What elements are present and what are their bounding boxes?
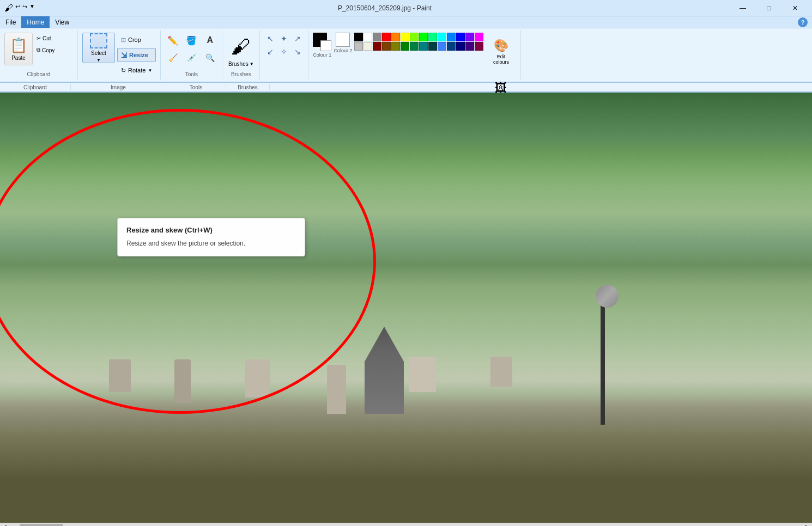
tombstone-4: [327, 365, 346, 414]
eraser-tool[interactable]: 🧹: [165, 50, 180, 65]
help-icon[interactable]: ?: [798, 17, 808, 27]
color-white[interactable]: [363, 33, 372, 41]
lamp-head: [596, 285, 619, 308]
colour1-label: Colour 1: [313, 52, 331, 58]
window-title: P_20150604_205209.jpg - Paint: [39, 4, 730, 12]
colour1-swatch[interactable]: [313, 33, 331, 51]
color-dteal[interactable]: [410, 42, 419, 51]
select-label: Select: [91, 50, 106, 56]
color-lgray[interactable]: [354, 42, 363, 51]
shape-arrow1[interactable]: ↖: [264, 33, 276, 45]
maximize-button[interactable]: □: [756, 0, 781, 16]
paste-icon: 📋: [10, 37, 27, 54]
color-olive[interactable]: [391, 42, 400, 51]
rotate-dropdown-icon: ▼: [148, 68, 152, 73]
clipboard-small-buttons: ✂ Cut ⧉ Copy: [35, 33, 73, 56]
color-teal[interactable]: [428, 33, 437, 41]
scissors-icon: ✂: [37, 35, 41, 41]
color-dgray[interactable]: [373, 33, 381, 41]
paste-button[interactable]: 📋 Paste: [4, 33, 33, 65]
image-section: Select ▼ ⊡ Crop ⇲ Resize ↻ Rotate ▼: [78, 30, 161, 79]
clipboard-section: 📋 Paste ✂ Cut ⧉ Copy Clipboard: [0, 30, 78, 79]
resize-icon: ⇲: [121, 51, 127, 59]
resize-button[interactable]: ⇲ Resize: [117, 48, 156, 62]
color-navy[interactable]: [456, 42, 465, 51]
color-cyan[interactable]: [438, 33, 446, 41]
shape-arrow3[interactable]: ↙: [264, 46, 276, 58]
brushes-label: Brushes ▼: [228, 61, 254, 67]
undo-icon[interactable]: ↩: [15, 3, 20, 13]
copy-button[interactable]: ⧉ Copy: [35, 45, 73, 56]
redo-icon[interactable]: ↪: [22, 3, 27, 13]
tooltip-title: Resize and skew (Ctrl+W): [126, 226, 296, 234]
horizontal-scrollbar[interactable]: ◀ ▶: [0, 523, 812, 526]
fill-tool[interactable]: 🪣: [184, 33, 199, 48]
colour2-label: Colour 2: [334, 48, 352, 53]
select-dashed-icon: [90, 33, 107, 48]
color-magenta[interactable]: [475, 42, 483, 51]
color-dcyan[interactable]: [419, 42, 428, 51]
color-pink[interactable]: [475, 33, 483, 41]
rotate-icon: ↻: [121, 67, 126, 74]
color-blue[interactable]: [456, 33, 465, 41]
scroll-right-button[interactable]: ▶: [803, 524, 812, 526]
edit-colours-button[interactable]: 🎨 Edit colours: [488, 33, 514, 71]
cut-button[interactable]: ✂ Cut: [35, 33, 73, 44]
crop-button[interactable]: ⊡ Crop: [117, 33, 156, 47]
shape-sparkle[interactable]: ✦: [278, 33, 290, 45]
copy-icon: ⧉: [37, 47, 40, 53]
colour1-fg: [320, 40, 331, 51]
color-orange[interactable]: [391, 33, 400, 41]
color-lime[interactable]: [410, 33, 419, 41]
shapes-row-1: ↖ ✦ ↗: [264, 33, 304, 45]
text-tool[interactable]: A: [202, 33, 217, 48]
color-black[interactable]: [354, 33, 363, 41]
shape-star[interactable]: ✧: [278, 46, 290, 58]
quickaccess-icon[interactable]: ▼: [29, 3, 35, 13]
shape-arrow4[interactable]: ↘: [292, 46, 304, 58]
image-section-label: Image: [71, 84, 166, 90]
shape-arrow2[interactable]: ↗: [292, 33, 304, 45]
color-green[interactable]: [419, 33, 428, 41]
color-dgreen[interactable]: [401, 42, 409, 51]
pencil-tool[interactable]: ✏️: [165, 33, 180, 48]
color-lblue[interactable]: [447, 33, 456, 41]
rotate-button[interactable]: ↻ Rotate ▼: [117, 63, 156, 77]
color-cream[interactable]: [363, 42, 372, 51]
color-row-2: [354, 42, 483, 51]
menu-file[interactable]: File: [0, 16, 21, 28]
color-purple[interactable]: [465, 33, 474, 41]
window-controls: — □ ✕: [730, 0, 808, 16]
select-button[interactable]: Select ▼: [82, 33, 115, 63]
colour1-group: Colour 1: [313, 33, 331, 58]
select-group: Select ▼: [82, 33, 115, 63]
color-dblue[interactable]: [447, 42, 456, 51]
tools-section-label: Tools: [166, 84, 226, 90]
color-dlteal[interactable]: [428, 42, 437, 51]
brushes-section-label: Brushes: [231, 71, 251, 77]
color-grid: [354, 33, 483, 51]
tools-section: ✏️ 🪣 A 🧹 💉 🔍 Tools: [161, 30, 222, 79]
tooltip-description: Resize and skew the picture or selection…: [126, 238, 296, 248]
brushes-icon[interactable]: 🖌: [227, 33, 255, 61]
color-maroon[interactable]: [373, 42, 381, 51]
colour2-group: Colour 2: [334, 33, 352, 53]
color-brown[interactable]: [382, 42, 391, 51]
scrollbar-thumb[interactable]: [20, 524, 63, 527]
scroll-left-button[interactable]: ◀: [0, 524, 9, 526]
menu-view[interactable]: View: [50, 16, 75, 28]
colour2-swatch[interactable]: [336, 33, 350, 47]
colorpick-tool[interactable]: 💉: [184, 50, 199, 65]
magnify-tool[interactable]: 🔍: [202, 50, 217, 65]
color-sky[interactable]: [438, 42, 446, 51]
edit-colours-icon: 🎨: [494, 39, 508, 53]
color-yellow[interactable]: [401, 33, 409, 41]
color-indigo[interactable]: [465, 42, 474, 51]
close-button[interactable]: ✕: [783, 0, 808, 16]
tombstone-6: [490, 357, 512, 387]
menu-home[interactable]: Home: [21, 16, 50, 28]
tools-row-1: ✏️ 🪣 A: [165, 33, 217, 48]
shapes-section: ↖ ✦ ↗ ↙ ✧ ↘: [260, 30, 308, 79]
minimize-button[interactable]: —: [730, 0, 755, 16]
color-red[interactable]: [382, 33, 391, 41]
